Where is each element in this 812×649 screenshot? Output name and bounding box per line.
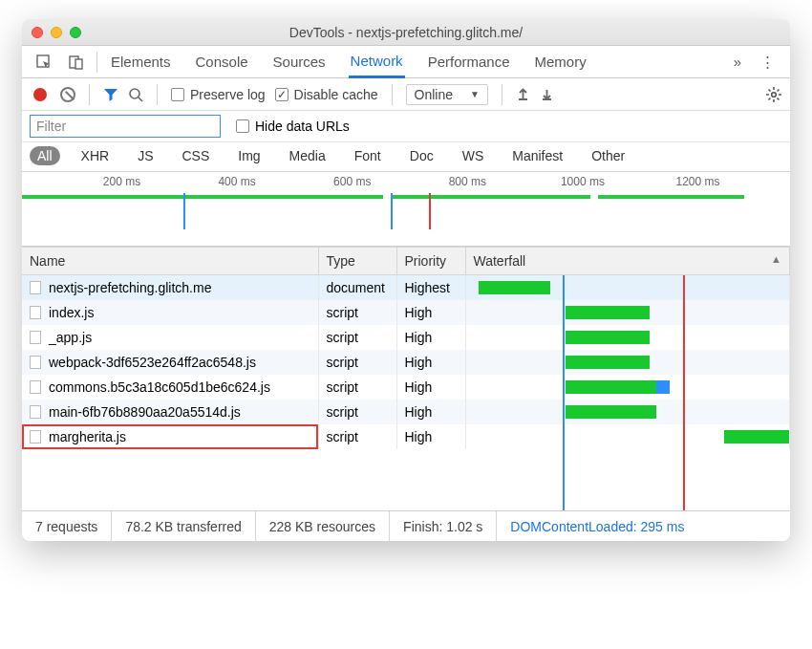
devtools-window: DevTools - nextjs-prefetching.glitch.me/… bbox=[22, 19, 790, 541]
svg-point-7 bbox=[772, 92, 777, 97]
type-filter-other[interactable]: Other bbox=[584, 146, 632, 165]
disable-cache-checkbox[interactable]: Disable cache bbox=[275, 87, 378, 102]
type-filter-media[interactable]: Media bbox=[282, 146, 333, 165]
request-name-cell[interactable]: index.js bbox=[22, 300, 318, 325]
waterfall-bar bbox=[566, 380, 656, 394]
status-transferred: 78.2 KB transferred bbox=[112, 511, 255, 541]
clear-button[interactable] bbox=[60, 87, 75, 102]
sort-arrow-icon: ▲ bbox=[771, 253, 781, 265]
zoom-window-button[interactable] bbox=[70, 27, 81, 38]
type-filter-all[interactable]: All bbox=[30, 146, 60, 165]
table-row[interactable]: commons.b5c3a18c605d1be6c624.jsscriptHig… bbox=[22, 375, 790, 400]
tab-sources[interactable]: Sources bbox=[271, 46, 328, 78]
request-type: script bbox=[318, 300, 396, 325]
status-domcontentloaded: DOMContentLoaded: 295 ms bbox=[497, 511, 697, 541]
file-icon bbox=[30, 380, 41, 394]
close-window-button[interactable] bbox=[32, 27, 43, 38]
resource-type-filter: AllXHRJSCSSImgMediaFontDocWSManifestOthe… bbox=[22, 142, 790, 172]
table-row[interactable]: nextjs-prefetching.glitch.medocumentHigh… bbox=[22, 275, 790, 300]
preserve-log-checkbox[interactable]: Preserve log bbox=[171, 87, 266, 102]
waterfall-bar bbox=[724, 430, 789, 443]
settings-icon[interactable] bbox=[765, 86, 782, 103]
overview-bar bbox=[22, 195, 183, 199]
overview-marker bbox=[391, 193, 393, 229]
table-row[interactable]: index.jsscriptHigh bbox=[22, 300, 790, 325]
inspect-icon[interactable] bbox=[28, 54, 60, 71]
device-toggle-icon[interactable] bbox=[60, 54, 93, 71]
request-name-cell[interactable]: _app.js bbox=[22, 325, 318, 350]
record-button[interactable] bbox=[33, 88, 47, 101]
request-name: margherita.js bbox=[49, 429, 126, 444]
type-filter-img[interactable]: Img bbox=[230, 146, 267, 165]
more-tabs-icon[interactable]: » bbox=[724, 54, 751, 70]
tab-console[interactable]: Console bbox=[194, 46, 250, 78]
download-har-icon[interactable] bbox=[540, 87, 554, 101]
request-name: webpack-3df6523e264ff2ac6548.js bbox=[49, 355, 256, 370]
status-requests: 7 requests bbox=[22, 511, 112, 541]
timeline-tick: 600 ms bbox=[333, 175, 371, 188]
minimize-window-button[interactable] bbox=[51, 27, 62, 38]
tab-elements[interactable]: Elements bbox=[109, 46, 173, 78]
overview-marker bbox=[183, 193, 185, 229]
type-filter-css[interactable]: CSS bbox=[174, 146, 217, 165]
file-icon bbox=[30, 281, 41, 294]
waterfall-cell bbox=[465, 275, 790, 300]
timeline-tick: 400 ms bbox=[218, 175, 255, 188]
request-name-cell[interactable]: nextjs-prefetching.glitch.me bbox=[22, 275, 318, 300]
type-filter-font[interactable]: Font bbox=[347, 146, 389, 165]
waterfall-cell bbox=[465, 350, 790, 375]
waterfall-bar bbox=[566, 405, 656, 419]
filter-input[interactable]: Filter bbox=[30, 115, 221, 138]
col-name[interactable]: Name bbox=[22, 248, 318, 275]
waterfall-bar-tail bbox=[656, 380, 670, 394]
tab-memory[interactable]: Memory bbox=[533, 46, 588, 78]
type-filter-manifest[interactable]: Manifest bbox=[504, 146, 570, 165]
request-priority: High bbox=[396, 300, 465, 325]
waterfall-cell bbox=[465, 400, 790, 424]
throttling-select[interactable]: Online ▼ bbox=[406, 84, 488, 105]
type-filter-doc[interactable]: Doc bbox=[402, 146, 441, 165]
request-name-cell[interactable]: commons.b5c3a18c605d1be6c624.js bbox=[22, 375, 318, 400]
upload-har-icon[interactable] bbox=[516, 87, 530, 101]
request-type: script bbox=[318, 350, 396, 375]
kebab-menu-icon[interactable]: ⋮ bbox=[751, 54, 784, 71]
panel-tabs-bar: ElementsConsoleSourcesNetworkPerformance… bbox=[22, 46, 790, 78]
type-filter-ws[interactable]: WS bbox=[455, 146, 492, 165]
timeline-tick: 1000 ms bbox=[561, 175, 605, 188]
request-type: script bbox=[318, 400, 396, 424]
table-row[interactable]: main-6fb76b8890aa20a5514d.jsscriptHigh bbox=[22, 400, 790, 424]
table-row[interactable]: margherita.jsscriptHigh bbox=[22, 424, 790, 449]
request-priority: High bbox=[396, 325, 465, 350]
waterfall-bar bbox=[479, 281, 549, 294]
request-type: script bbox=[318, 424, 396, 449]
request-name: commons.b5c3a18c605d1be6c624.js bbox=[49, 379, 270, 395]
request-type: script bbox=[318, 325, 396, 350]
hide-data-urls-checkbox[interactable]: Hide data URLs bbox=[236, 119, 350, 134]
col-priority[interactable]: Priority bbox=[396, 248, 465, 275]
search-icon[interactable] bbox=[128, 87, 143, 102]
overview-marker bbox=[429, 193, 431, 229]
request-name: main-6fb76b8890aa20a5514d.js bbox=[49, 404, 241, 420]
timeline-tick: 800 ms bbox=[449, 175, 486, 188]
svg-line-4 bbox=[139, 97, 142, 101]
overview-timeline[interactable]: 200 ms400 ms600 ms800 ms1000 ms1200 ms bbox=[22, 172, 790, 247]
overview-bar bbox=[598, 195, 744, 199]
col-type[interactable]: Type bbox=[318, 248, 396, 275]
status-finish: Finish: 1.02 s bbox=[390, 511, 497, 541]
file-icon bbox=[30, 306, 41, 319]
type-filter-js[interactable]: JS bbox=[130, 146, 160, 165]
type-filter-xhr[interactable]: XHR bbox=[74, 146, 118, 165]
col-waterfall[interactable]: Waterfall▲ bbox=[465, 248, 790, 275]
request-name-cell[interactable]: main-6fb76b8890aa20a5514d.js bbox=[22, 400, 318, 424]
tab-performance[interactable]: Performance bbox=[426, 46, 512, 78]
request-priority: High bbox=[396, 424, 465, 449]
request-name-cell[interactable]: webpack-3df6523e264ff2ac6548.js bbox=[22, 350, 318, 375]
request-name-cell[interactable]: margherita.js bbox=[22, 424, 318, 449]
filter-toggle-icon[interactable] bbox=[103, 87, 118, 102]
tab-network[interactable]: Network bbox=[349, 46, 405, 78]
svg-point-3 bbox=[130, 89, 139, 98]
table-row[interactable]: _app.jsscriptHigh bbox=[22, 325, 790, 350]
file-icon bbox=[30, 356, 41, 369]
requests-table: Name Type Priority Waterfall▲ bbox=[22, 247, 790, 275]
table-row[interactable]: webpack-3df6523e264ff2ac6548.jsscriptHig… bbox=[22, 350, 790, 375]
